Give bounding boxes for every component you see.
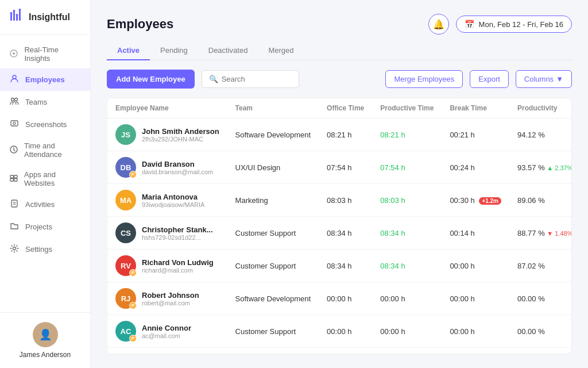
badge-p: P: [129, 269, 137, 277]
avatar-initials: RV: [121, 262, 131, 270]
employee-sub: 2fh3u292/JOHN-MAC: [142, 136, 219, 143]
svg-rect-2: [16, 16, 18, 21]
employee-team-cell: Customer Support: [227, 250, 319, 282]
employees-table-container: Employee NameTeamOffice TimeProductive T…: [107, 98, 572, 354]
calendar-icon: 📅: [465, 20, 474, 29]
sidebar-item-label: Screenshots: [25, 120, 67, 129]
export-button[interactable]: Export: [470, 70, 509, 88]
table-row: DB P David Branson david.branson@mail.co…: [107, 151, 572, 184]
avatar: 👤: [33, 322, 58, 347]
search-box: 🔍: [202, 70, 299, 88]
columns-label: Columns: [524, 75, 554, 83]
settings-icon: [9, 244, 20, 255]
sidebar-item-label: Employees: [25, 75, 65, 84]
tab-pending[interactable]: Pending: [150, 41, 198, 60]
notifications-button[interactable]: 🔔: [428, 14, 449, 34]
break-time-cell: 00:30 h +1.2m: [442, 184, 509, 217]
employee-cell: MA Maria Antonova 93iwodjoaisow/MARIA: [115, 190, 219, 210]
employee-info: John Smith Anderson 2fh3u292/JOHN-MAC: [142, 127, 219, 143]
toolbar: Add New Employee 🔍 Merge Employees Expor…: [107, 70, 572, 89]
office-time-cell: 00:00 h: [319, 315, 372, 348]
sidebar-item-label: Activities: [25, 200, 55, 209]
productive-time-cell: 08:21 h: [372, 118, 442, 151]
avatar: AC P: [115, 321, 136, 342]
employee-sub: hshs729-02sd1d22...: [142, 234, 213, 241]
productivity-change: ▲ 2.37%: [547, 164, 572, 171]
svg-rect-0: [10, 14, 12, 21]
productive-time-cell: 08:34 h: [372, 250, 442, 282]
add-employee-button[interactable]: Add New Employee: [107, 70, 195, 89]
sidebar-item-employees[interactable]: Employees: [0, 68, 90, 91]
date-range-label: Mon, Feb 12 - Fri, Feb 16: [479, 20, 563, 29]
avatar: CS: [115, 223, 136, 243]
table-row: AC P Annie Connor ac@mail.com Customer S…: [107, 315, 572, 348]
table-column-header: Office Time: [319, 98, 372, 118]
break-time-cell: 00:21 h: [442, 118, 509, 151]
search-input[interactable]: [222, 75, 292, 83]
screenshots-icon: [9, 119, 20, 130]
header-actions: 🔔 📅 Mon, Feb 12 - Fri, Feb 16: [428, 14, 572, 34]
office-time-cell: 08:03 h: [319, 184, 372, 217]
table-row: RV P Richard Von Ludwig richard@mail.com…: [107, 250, 572, 282]
employee-team-cell: Software Development: [227, 282, 319, 315]
tabs-row: ActivePendingDeactivatedMerged: [107, 41, 572, 60]
employee-sub: david.branson@mail.com: [142, 168, 213, 175]
tab-deactivated[interactable]: Deactivated: [198, 41, 258, 60]
employee-name: John Smith Anderson: [142, 127, 219, 136]
columns-button[interactable]: Columns ▼: [516, 70, 572, 88]
sidebar-item-activities[interactable]: Activities: [0, 193, 90, 216]
office-time-cell: 08:34 h: [319, 217, 372, 250]
sidebar-item-teams[interactable]: Teams: [0, 91, 90, 113]
productive-time-value: 08:21 h: [380, 131, 405, 139]
svg-point-12: [15, 98, 18, 101]
svg-rect-17: [14, 175, 18, 178]
productivity-cell: 93.57 % ▲ 2.37%: [509, 151, 572, 184]
svg-rect-1: [13, 12, 15, 21]
sidebar-item-time-attendance[interactable]: Time and Attendance: [0, 136, 90, 164]
date-range-button[interactable]: 📅 Mon, Feb 12 - Fri, Feb 16: [456, 16, 572, 33]
svg-point-10: [13, 75, 16, 79]
avatar-initials: MA: [120, 196, 131, 205]
sidebar-item-projects[interactable]: Projects: [0, 216, 90, 238]
table-row: JS John Smith Anderson 2fh3u292/JOHN-MAC…: [107, 118, 572, 151]
tab-merged[interactable]: Merged: [258, 41, 304, 60]
employee-name-cell: JS John Smith Anderson 2fh3u292/JOHN-MAC: [107, 118, 227, 151]
sidebar-logo: Insightful: [0, 0, 90, 35]
productive-time-cell: 07:54 h: [372, 151, 442, 184]
avatar-initials: JS: [121, 131, 130, 139]
sidebar-item-apps-websites[interactable]: Apps and Websites: [0, 164, 90, 193]
tab-active[interactable]: Active: [107, 41, 150, 60]
sidebar-item-settings[interactable]: Settings: [0, 238, 90, 260]
employee-name-cell: MA Maria Antonova 93iwodjoaisow/MARIA: [107, 184, 227, 217]
sidebar-item-real-time[interactable]: Real-Time Insights: [0, 40, 90, 68]
avatar: RV P: [115, 255, 136, 276]
employee-name: Robert Johnson: [142, 291, 199, 300]
employees-table: Employee NameTeamOffice TimeProductive T…: [107, 98, 572, 348]
sidebar-item-label: Teams: [25, 98, 47, 106]
sidebar-item-screenshots[interactable]: Screenshots: [0, 113, 90, 136]
svg-rect-20: [11, 200, 17, 207]
svg-point-14: [13, 122, 16, 125]
productive-time-cell: 00:00 h: [372, 315, 442, 348]
sidebar: Insightful Real-Time InsightsEmployeesTe…: [0, 0, 91, 368]
productivity-cell: 89.06 %: [509, 184, 572, 217]
productivity-cell: 00.00 %: [509, 315, 572, 348]
projects-icon: [9, 221, 20, 232]
svg-point-9: [13, 52, 15, 55]
employee-name-cell: RJ P Robert Johnson robert@mail.com: [107, 282, 227, 315]
employee-cell: RV P Richard Von Ludwig richard@mail.com: [115, 255, 219, 276]
badge-p: P: [129, 171, 137, 178]
break-badge: +1.2m: [479, 197, 501, 205]
table-body: JS John Smith Anderson 2fh3u292/JOHN-MAC…: [107, 118, 572, 348]
employee-name: Christopher Stank...: [142, 225, 213, 234]
office-time-cell: 08:21 h: [319, 118, 372, 151]
badge-p: P: [129, 335, 137, 342]
employee-name: Maria Antonova: [142, 193, 204, 201]
logo-icon: [9, 8, 24, 26]
time-attendance-icon: [9, 145, 18, 156]
svg-point-11: [11, 98, 14, 101]
merge-employees-button[interactable]: Merge Employees: [385, 70, 463, 88]
chevron-down-icon: ▼: [556, 75, 563, 83]
table-column-header: Productivity: [509, 98, 572, 118]
table-row: MA Maria Antonova 93iwodjoaisow/MARIA Ma…: [107, 184, 572, 217]
